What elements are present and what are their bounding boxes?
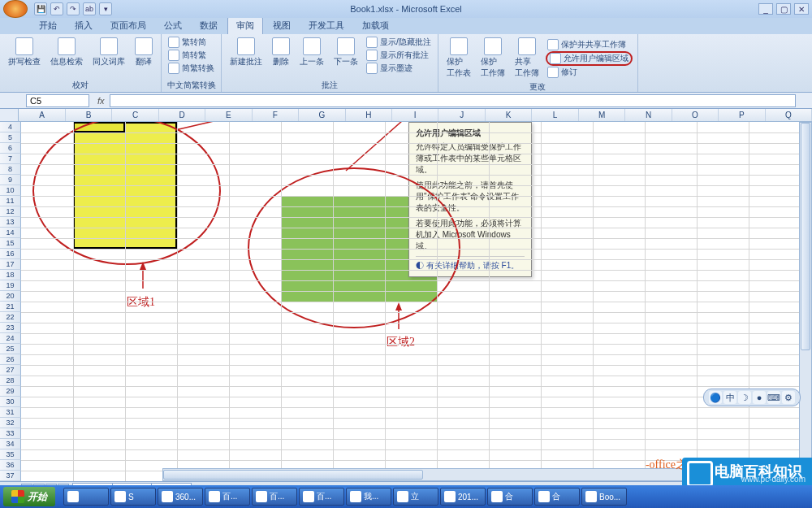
row-header[interactable]: 15 xyxy=(0,238,21,249)
maximize-button[interactable]: ▢ xyxy=(776,3,791,15)
row-header[interactable]: 4 xyxy=(0,122,21,132)
select-all-corner[interactable] xyxy=(0,109,19,121)
row-header[interactable]: 36 xyxy=(0,460,21,471)
ime-punct-icon[interactable]: ● xyxy=(753,391,766,404)
row-header[interactable]: 26 xyxy=(0,354,21,365)
showhide-comment-button[interactable]: 显示/隐藏批注 xyxy=(365,36,433,49)
row-header[interactable]: 21 xyxy=(0,302,21,312)
row-header[interactable]: 10 xyxy=(0,185,21,196)
taskbar-item[interactable]: 百... xyxy=(252,488,297,506)
ime-settings-icon[interactable]: ⚙ xyxy=(782,391,795,404)
column-header[interactable]: I xyxy=(392,109,438,121)
column-header[interactable]: M xyxy=(579,109,625,121)
row-header[interactable]: 23 xyxy=(0,323,21,333)
office-button[interactable] xyxy=(3,0,28,18)
row-header[interactable]: 12 xyxy=(0,206,21,217)
row-header[interactable]: 8 xyxy=(0,164,21,175)
prev-comment-button[interactable]: 上一条 xyxy=(296,36,327,75)
thesaurus-button[interactable]: 同义词库 xyxy=(89,36,128,69)
tab-home[interactable]: 开始 xyxy=(31,17,65,34)
ime-toolbar[interactable]: 🔵 中 ☽ ● ⌨ ⚙ xyxy=(703,389,801,406)
row-header[interactable]: 37 xyxy=(0,471,21,481)
column-header[interactable]: F xyxy=(253,109,299,121)
column-header[interactable]: B xyxy=(66,109,112,121)
protect-sheet-button[interactable]: 保护 工作表 xyxy=(443,36,474,80)
tab-layout[interactable]: 页面布局 xyxy=(102,17,154,34)
showink-button[interactable]: 显示墨迹 xyxy=(365,62,433,75)
row-header[interactable]: 18 xyxy=(0,270,21,280)
row-header[interactable]: 29 xyxy=(0,386,21,397)
minimize-button[interactable]: _ xyxy=(758,3,773,15)
row-header[interactable]: 34 xyxy=(0,439,21,449)
t2s-button[interactable]: 繁转简 xyxy=(166,36,216,49)
row-header[interactable]: 6 xyxy=(0,143,21,154)
qat-item[interactable]: ab xyxy=(83,2,96,15)
share-book-button[interactable]: 共享 工作簿 xyxy=(512,36,542,80)
column-header[interactable]: N xyxy=(625,109,672,121)
row-header[interactable]: 7 xyxy=(0,154,21,164)
row-header[interactable]: 24 xyxy=(0,333,21,344)
allow-edit-ranges-button[interactable]: 允许用户编辑区域 xyxy=(546,51,633,66)
taskbar-item[interactable] xyxy=(63,488,109,506)
column-header[interactable]: O xyxy=(672,109,719,121)
row-header[interactable]: 5 xyxy=(0,132,21,143)
taskbar-item[interactable]: 我... xyxy=(346,488,391,506)
tab-review[interactable]: 审阅 xyxy=(227,16,263,34)
tab-addins[interactable]: 加载项 xyxy=(354,17,397,34)
cells-area[interactable]: 允许用户编辑区域 允许特定人员编辑受保护工作簿或工作表中的某些单元格区域。 使用… xyxy=(21,122,812,481)
row-header[interactable]: 13 xyxy=(0,217,21,228)
conv-button[interactable]: 简繁转换 xyxy=(166,62,216,75)
column-header[interactable]: E xyxy=(205,109,252,121)
ime-icon[interactable]: 🔵 xyxy=(709,391,722,404)
research-button[interactable]: 信息检索 xyxy=(47,36,86,69)
row-header[interactable]: 9 xyxy=(0,175,21,185)
row-header[interactable]: 19 xyxy=(0,280,21,291)
taskbar-item[interactable]: 立 xyxy=(393,488,438,506)
row-header[interactable]: 32 xyxy=(0,418,21,428)
undo-icon[interactable]: ↶ xyxy=(50,2,63,15)
column-header[interactable]: A xyxy=(19,109,65,121)
tab-data[interactable]: 数据 xyxy=(192,17,226,34)
taskbar-item[interactable]: S xyxy=(110,488,156,506)
new-comment-button[interactable]: 新建批注 xyxy=(227,36,266,75)
taskbar-item[interactable]: Boo... xyxy=(581,488,627,506)
row-header[interactable]: 20 xyxy=(0,291,21,302)
scroll-thumb[interactable] xyxy=(801,123,810,350)
track-changes-button[interactable]: 修订 xyxy=(546,66,633,79)
scroll-thumb[interactable] xyxy=(163,470,423,480)
column-header[interactable]: J xyxy=(438,109,485,121)
showall-comment-button[interactable]: 显示所有批注 xyxy=(365,49,433,62)
ime-moon-icon[interactable]: ☽ xyxy=(738,391,751,404)
formula-input[interactable] xyxy=(110,94,796,107)
taskbar-item[interactable]: 合 xyxy=(487,488,533,506)
row-header[interactable]: 11 xyxy=(0,196,21,206)
vertical-scrollbar[interactable] xyxy=(799,122,812,468)
redo-icon[interactable]: ↷ xyxy=(67,2,80,15)
column-header[interactable]: C xyxy=(112,109,158,121)
column-header[interactable]: G xyxy=(299,109,345,121)
tab-formulas[interactable]: 公式 xyxy=(156,17,190,34)
tab-developer[interactable]: 开发工具 xyxy=(300,17,352,34)
taskbar-item[interactable]: 合 xyxy=(534,488,580,506)
column-header[interactable]: K xyxy=(486,109,532,121)
tab-insert[interactable]: 插入 xyxy=(67,17,101,34)
taskbar-item[interactable]: 201... xyxy=(440,488,486,506)
row-header[interactable]: 17 xyxy=(0,259,21,270)
row-header[interactable]: 14 xyxy=(0,228,21,238)
translate-button[interactable]: 翻译 xyxy=(132,36,156,69)
taskbar-item[interactable]: 360... xyxy=(158,488,203,506)
save-icon[interactable]: 💾 xyxy=(34,2,47,15)
column-header[interactable]: Q xyxy=(766,109,812,121)
row-header[interactable]: 31 xyxy=(0,407,21,418)
fx-icon[interactable]: fx xyxy=(93,96,110,106)
protect-share-button[interactable]: 保护并共享工作簿 xyxy=(546,38,633,51)
next-comment-button[interactable]: 下一条 xyxy=(330,36,361,75)
s2t-button[interactable]: 简转繁 xyxy=(166,49,216,62)
worksheet-grid[interactable]: ABCDEFGHIJKLMNOPQ 4567891011121314151617… xyxy=(0,109,812,481)
row-header[interactable]: 25 xyxy=(0,344,21,354)
ime-keyboard-icon[interactable]: ⌨ xyxy=(767,391,780,404)
taskbar-item[interactable]: 百... xyxy=(205,488,250,506)
start-button[interactable]: 开始 xyxy=(3,487,55,506)
delete-comment-button[interactable]: 删除 xyxy=(269,36,293,75)
close-button[interactable]: ✕ xyxy=(794,3,809,15)
